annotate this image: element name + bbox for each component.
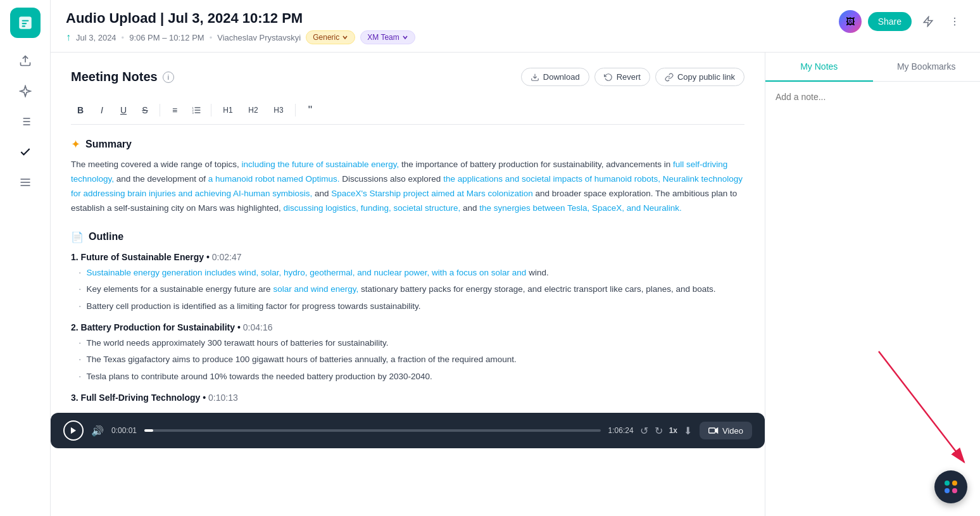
tag-xm[interactable]: XM Team: [360, 30, 415, 44]
sidebar-item-upload[interactable]: [13, 48, 38, 73]
upload-icon: [19, 54, 32, 67]
list-item: The Texas gigafactory aims to produce 10…: [79, 353, 744, 367]
tag-generic-label: Generic: [313, 33, 339, 42]
svg-rect-1: [22, 20, 28, 22]
h2-button[interactable]: H2: [242, 101, 265, 119]
sidebar-item-menu[interactable]: [13, 170, 38, 195]
tag-xm-label: XM Team: [367, 33, 399, 42]
header-meta: ↑ Jul 3, 2024 • 9:06 PM – 10:12 PM • Via…: [66, 30, 415, 44]
strikethrough-button[interactable]: S: [135, 101, 154, 119]
add-note-input[interactable]: [776, 92, 970, 112]
svg-point-15: [954, 24, 955, 25]
sidebar-item-tasks[interactable]: [13, 139, 38, 165]
italic-button[interactable]: I: [92, 101, 111, 119]
upload-status-icon: ↑: [66, 32, 71, 43]
tag-generic[interactable]: Generic: [306, 30, 355, 44]
header-author: Viacheslav Prystavskyi: [217, 33, 301, 42]
separator2: •: [210, 33, 213, 42]
sidebar: [0, 0, 51, 516]
svg-marker-22: [71, 427, 76, 434]
outline-point-1-bullets: Sustainable energy generation includes w…: [71, 266, 744, 313]
download-button[interactable]: Download: [521, 68, 589, 86]
menu-icon: [19, 176, 32, 189]
summary-text: The meeting covered a wide range of topi…: [71, 158, 744, 216]
dot-blue: [945, 488, 950, 493]
list-item: The world needs approximately 300 terawa…: [79, 336, 744, 350]
svg-marker-24: [715, 427, 719, 434]
svg-point-13: [954, 18, 955, 19]
list-icon: [19, 115, 32, 128]
rewind-button[interactable]: ↺: [640, 425, 648, 437]
h1-button[interactable]: H1: [217, 101, 239, 119]
more-options-button[interactable]: [945, 11, 965, 32]
dots-grid: [945, 481, 957, 493]
chevron-down-icon2: [402, 34, 408, 41]
header-time-range: 9:06 PM – 10:12 PM: [129, 33, 204, 42]
toolbar-actions: Download Revert Copy public link: [521, 68, 744, 86]
lightning-button[interactable]: [918, 11, 938, 32]
app-logo[interactable]: [10, 8, 41, 38]
sidebar-item-transcripts[interactable]: [13, 109, 38, 134]
outline-point-1-title: 1. Future of Sustainable Energy • 0:02:4…: [71, 252, 744, 262]
speed-button[interactable]: 1x: [669, 426, 677, 435]
tab-my-notes[interactable]: My Notes: [765, 53, 873, 82]
list-item: Battery cell production is identified as…: [79, 299, 744, 313]
more-icon: [949, 16, 960, 27]
bottom-app-icon[interactable]: [934, 470, 967, 503]
info-icon[interactable]: i: [163, 72, 174, 83]
logo-icon: [17, 15, 34, 31]
notes-toolbar: Meeting Notes i Download Revert Copy pub…: [71, 68, 744, 86]
list-item: Sustainable energy generation includes w…: [79, 266, 744, 280]
chevron-down-icon: [342, 34, 348, 41]
underline-button[interactable]: U: [114, 101, 133, 119]
svg-rect-23: [709, 428, 715, 433]
editor-panel: Meeting Notes i Download Revert Copy pub…: [51, 53, 765, 516]
toolbar-separator3: [295, 104, 296, 116]
panel-content: [765, 82, 980, 516]
download-icon: [531, 73, 539, 82]
player-actions: 1:06:24 ↺ ↻ 1x ⬇: [608, 425, 692, 437]
page-title: Audio Upload | Jul 3, 2024 10:12 PM: [66, 10, 415, 27]
avatar: 🖼: [839, 10, 862, 33]
bold-button[interactable]: B: [71, 101, 90, 119]
volume-icon[interactable]: 🔊: [91, 425, 104, 437]
outline-point-2: 2. Battery Production for Sustainability…: [71, 322, 744, 384]
revert-icon: [604, 73, 613, 82]
outline-section: 📄 Outline 1. Future of Sustainable Energ…: [71, 231, 744, 403]
outline-point-2-title: 2. Battery Production for Sustainability…: [71, 322, 744, 332]
right-panel: My Notes My Bookmarks: [765, 53, 980, 516]
svg-rect-2: [22, 23, 27, 24]
video-icon: [708, 425, 719, 436]
dot-pink: [952, 488, 957, 493]
download-audio-button[interactable]: ⬇: [684, 425, 692, 437]
dot-yellow: [952, 481, 957, 486]
summary-title: Summary: [85, 139, 132, 150]
copy-link-button[interactable]: Copy public link: [655, 68, 744, 86]
video-button[interactable]: Video: [700, 422, 752, 439]
current-time: 0:00:01: [111, 426, 137, 435]
progress-fill: [144, 429, 153, 432]
list-item: Key elements for a sustainable energy fu…: [79, 282, 744, 296]
h3-button[interactable]: H3: [267, 101, 290, 119]
toolbar-separator1: [160, 104, 160, 116]
format-toolbar: B I U S ≡ 1 2 3 H1 H2 H3: [71, 96, 744, 125]
toolbar-separator2: [211, 104, 211, 116]
forward-button[interactable]: ↻: [655, 425, 663, 437]
share-button[interactable]: Share: [868, 12, 912, 31]
svg-point-14: [954, 21, 955, 22]
svg-rect-3: [22, 25, 25, 27]
svg-text:3: 3: [192, 111, 194, 115]
audio-player: 🔊 0:00:01 1:06:24 ↺ ↻ 1x ⬇: [51, 413, 765, 448]
check-icon: [19, 146, 32, 158]
notes-title: Meeting Notes i: [71, 70, 174, 84]
header-left: Audio Upload | Jul 3, 2024 10:12 PM ↑ Ju…: [66, 10, 415, 44]
ordered-list-button[interactable]: 1 2 3: [187, 101, 206, 119]
summary-header: ✦ Summary: [71, 137, 744, 151]
revert-button[interactable]: Revert: [594, 68, 650, 86]
unordered-list-button[interactable]: ≡: [165, 101, 184, 119]
sidebar-item-ai[interactable]: [13, 79, 38, 104]
progress-bar[interactable]: [144, 429, 601, 432]
play-button[interactable]: [63, 420, 84, 441]
quote-button[interactable]: ": [301, 101, 320, 119]
tab-my-bookmarks[interactable]: My Bookmarks: [873, 53, 981, 82]
